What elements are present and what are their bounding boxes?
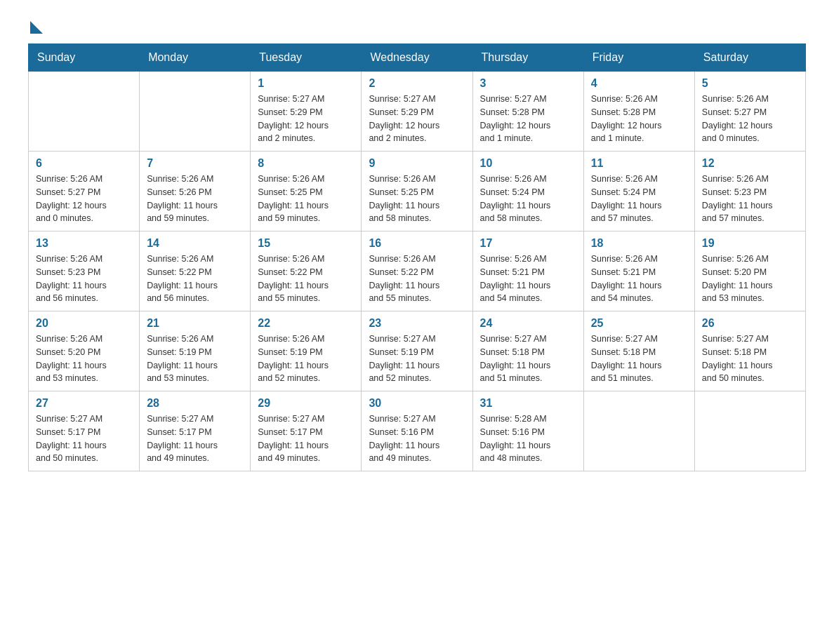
calendar-week-row: 27Sunrise: 5:27 AM Sunset: 5:17 PM Dayli…	[29, 391, 806, 471]
calendar-cell: 16Sunrise: 5:26 AM Sunset: 5:22 PM Dayli…	[362, 232, 472, 311]
calendar-cell: 7Sunrise: 5:26 AM Sunset: 5:26 PM Daylig…	[140, 152, 251, 232]
calendar-week-row: 20Sunrise: 5:26 AM Sunset: 5:20 PM Dayli…	[29, 311, 806, 391]
day-number: 8	[258, 157, 354, 170]
calendar-week-row: 1Sunrise: 5:27 AM Sunset: 5:29 PM Daylig…	[29, 72, 806, 152]
calendar-week-row: 13Sunrise: 5:26 AM Sunset: 5:23 PM Dayli…	[29, 232, 806, 311]
day-number: 30	[369, 397, 465, 410]
page-header	[28, 21, 806, 29]
calendar-cell: 30Sunrise: 5:27 AM Sunset: 5:16 PM Dayli…	[362, 391, 472, 471]
day-info: Sunrise: 5:27 AM Sunset: 5:29 PM Dayligh…	[369, 93, 465, 145]
day-number: 17	[480, 237, 576, 250]
calendar-cell: 19Sunrise: 5:26 AM Sunset: 5:20 PM Dayli…	[694, 232, 805, 311]
day-number: 18	[591, 237, 687, 250]
day-info: Sunrise: 5:26 AM Sunset: 5:20 PM Dayligh…	[702, 253, 798, 305]
calendar-cell	[694, 391, 805, 471]
weekday-header-wednesday: Wednesday	[362, 44, 472, 72]
day-number: 23	[369, 317, 465, 330]
day-number: 11	[591, 157, 687, 170]
day-number: 22	[258, 317, 354, 330]
day-number: 12	[702, 157, 798, 170]
day-info: Sunrise: 5:26 AM Sunset: 5:22 PM Dayligh…	[369, 253, 465, 305]
calendar-cell: 15Sunrise: 5:26 AM Sunset: 5:22 PM Dayli…	[251, 232, 362, 311]
weekday-header-friday: Friday	[583, 44, 694, 72]
calendar-cell: 18Sunrise: 5:26 AM Sunset: 5:21 PM Dayli…	[583, 232, 694, 311]
day-info: Sunrise: 5:26 AM Sunset: 5:25 PM Dayligh…	[369, 173, 465, 225]
day-number: 9	[369, 157, 465, 170]
calendar-cell: 17Sunrise: 5:26 AM Sunset: 5:21 PM Dayli…	[472, 232, 583, 311]
calendar-cell: 11Sunrise: 5:26 AM Sunset: 5:24 PM Dayli…	[583, 152, 694, 232]
calendar-cell: 28Sunrise: 5:27 AM Sunset: 5:17 PM Dayli…	[140, 391, 251, 471]
calendar-week-row: 6Sunrise: 5:26 AM Sunset: 5:27 PM Daylig…	[29, 152, 806, 232]
day-number: 10	[480, 157, 576, 170]
day-number: 7	[147, 157, 243, 170]
calendar-table: SundayMondayTuesdayWednesdayThursdayFrid…	[28, 43, 806, 471]
calendar-cell	[140, 72, 251, 152]
calendar-cell: 4Sunrise: 5:26 AM Sunset: 5:28 PM Daylig…	[583, 72, 694, 152]
weekday-header-thursday: Thursday	[472, 44, 583, 72]
weekday-header-row: SundayMondayTuesdayWednesdayThursdayFrid…	[29, 44, 806, 72]
day-info: Sunrise: 5:27 AM Sunset: 5:19 PM Dayligh…	[369, 333, 465, 385]
day-info: Sunrise: 5:27 AM Sunset: 5:17 PM Dayligh…	[258, 412, 354, 465]
day-number: 27	[36, 397, 132, 410]
day-number: 25	[591, 317, 687, 330]
day-info: Sunrise: 5:26 AM Sunset: 5:19 PM Dayligh…	[147, 333, 243, 385]
calendar-cell: 5Sunrise: 5:26 AM Sunset: 5:27 PM Daylig…	[694, 72, 805, 152]
day-info: Sunrise: 5:27 AM Sunset: 5:18 PM Dayligh…	[591, 333, 687, 385]
calendar-cell: 23Sunrise: 5:27 AM Sunset: 5:19 PM Dayli…	[362, 311, 472, 391]
day-number: 1	[258, 77, 354, 90]
day-info: Sunrise: 5:26 AM Sunset: 5:27 PM Dayligh…	[702, 93, 798, 145]
day-info: Sunrise: 5:26 AM Sunset: 5:25 PM Dayligh…	[258, 173, 354, 225]
calendar-cell: 29Sunrise: 5:27 AM Sunset: 5:17 PM Dayli…	[251, 391, 362, 471]
day-info: Sunrise: 5:26 AM Sunset: 5:27 PM Dayligh…	[36, 173, 132, 225]
day-info: Sunrise: 5:27 AM Sunset: 5:18 PM Dayligh…	[702, 333, 798, 385]
calendar-cell	[29, 72, 140, 152]
day-info: Sunrise: 5:27 AM Sunset: 5:29 PM Dayligh…	[258, 93, 354, 145]
logo-arrow-icon	[30, 21, 43, 34]
calendar-cell: 13Sunrise: 5:26 AM Sunset: 5:23 PM Dayli…	[29, 232, 140, 311]
calendar-cell: 26Sunrise: 5:27 AM Sunset: 5:18 PM Dayli…	[694, 311, 805, 391]
calendar-cell: 25Sunrise: 5:27 AM Sunset: 5:18 PM Dayli…	[583, 311, 694, 391]
day-number: 16	[369, 237, 465, 250]
day-info: Sunrise: 5:26 AM Sunset: 5:21 PM Dayligh…	[480, 253, 576, 305]
day-number: 6	[36, 157, 132, 170]
weekday-header-monday: Monday	[140, 44, 251, 72]
weekday-header-sunday: Sunday	[29, 44, 140, 72]
calendar-cell: 2Sunrise: 5:27 AM Sunset: 5:29 PM Daylig…	[362, 72, 472, 152]
calendar-cell: 10Sunrise: 5:26 AM Sunset: 5:24 PM Dayli…	[472, 152, 583, 232]
day-number: 2	[369, 77, 465, 90]
calendar-cell: 3Sunrise: 5:27 AM Sunset: 5:28 PM Daylig…	[472, 72, 583, 152]
day-number: 15	[258, 237, 354, 250]
calendar-cell	[583, 391, 694, 471]
day-info: Sunrise: 5:26 AM Sunset: 5:20 PM Dayligh…	[36, 333, 132, 385]
day-info: Sunrise: 5:28 AM Sunset: 5:16 PM Dayligh…	[480, 412, 576, 465]
calendar-cell: 14Sunrise: 5:26 AM Sunset: 5:22 PM Dayli…	[140, 232, 251, 311]
day-info: Sunrise: 5:27 AM Sunset: 5:28 PM Dayligh…	[480, 93, 576, 145]
day-number: 3	[480, 77, 576, 90]
calendar-cell: 12Sunrise: 5:26 AM Sunset: 5:23 PM Dayli…	[694, 152, 805, 232]
day-info: Sunrise: 5:26 AM Sunset: 5:19 PM Dayligh…	[258, 333, 354, 385]
day-info: Sunrise: 5:26 AM Sunset: 5:23 PM Dayligh…	[702, 173, 798, 225]
day-number: 19	[702, 237, 798, 250]
day-number: 5	[702, 77, 798, 90]
day-info: Sunrise: 5:26 AM Sunset: 5:24 PM Dayligh…	[480, 173, 576, 225]
logo	[28, 21, 43, 29]
day-info: Sunrise: 5:27 AM Sunset: 5:17 PM Dayligh…	[36, 412, 132, 465]
calendar-cell: 20Sunrise: 5:26 AM Sunset: 5:20 PM Dayli…	[29, 311, 140, 391]
calendar-cell: 22Sunrise: 5:26 AM Sunset: 5:19 PM Dayli…	[251, 311, 362, 391]
day-number: 31	[480, 397, 576, 410]
calendar-cell: 6Sunrise: 5:26 AM Sunset: 5:27 PM Daylig…	[29, 152, 140, 232]
day-number: 4	[591, 77, 687, 90]
day-info: Sunrise: 5:27 AM Sunset: 5:17 PM Dayligh…	[147, 412, 243, 465]
day-info: Sunrise: 5:26 AM Sunset: 5:22 PM Dayligh…	[258, 253, 354, 305]
day-info: Sunrise: 5:27 AM Sunset: 5:16 PM Dayligh…	[369, 412, 465, 465]
day-number: 24	[480, 317, 576, 330]
day-number: 29	[258, 397, 354, 410]
calendar-cell: 1Sunrise: 5:27 AM Sunset: 5:29 PM Daylig…	[251, 72, 362, 152]
calendar-cell: 24Sunrise: 5:27 AM Sunset: 5:18 PM Dayli…	[472, 311, 583, 391]
day-number: 20	[36, 317, 132, 330]
weekday-header-tuesday: Tuesday	[251, 44, 362, 72]
day-info: Sunrise: 5:26 AM Sunset: 5:24 PM Dayligh…	[591, 173, 687, 225]
day-number: 28	[147, 397, 243, 410]
day-info: Sunrise: 5:26 AM Sunset: 5:28 PM Dayligh…	[591, 93, 687, 145]
calendar-cell: 27Sunrise: 5:27 AM Sunset: 5:17 PM Dayli…	[29, 391, 140, 471]
